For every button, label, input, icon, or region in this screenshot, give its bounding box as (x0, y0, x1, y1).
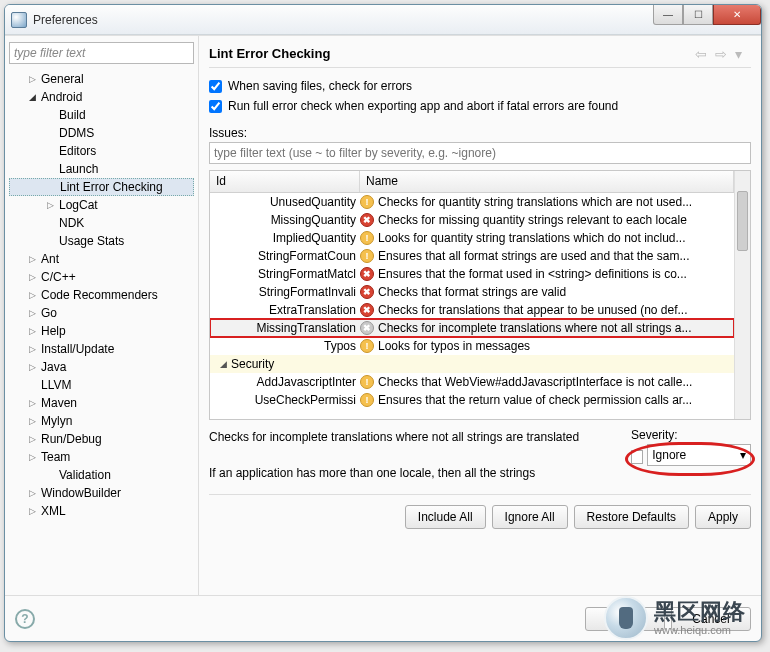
tree-item-ddms[interactable]: DDMS (9, 124, 194, 142)
warn-icon: ! (360, 231, 374, 245)
restore-defaults-button[interactable]: Restore Defaults (574, 505, 689, 529)
button-row: Include All Ignore All Restore Defaults … (209, 494, 751, 535)
tree-item-launch[interactable]: Launch (9, 160, 194, 178)
tree-item-label: Android (41, 90, 82, 104)
tree-toggle-icon[interactable]: ◢ (27, 92, 37, 102)
issues-filter-input[interactable] (209, 142, 751, 164)
tree-item-ndk[interactable]: NDK (9, 214, 194, 232)
back-icon[interactable]: ⇦ (695, 46, 711, 62)
tree-item-windowbuilder[interactable]: ▷WindowBuilder (9, 484, 194, 502)
forward-icon[interactable]: ⇨ (715, 46, 731, 62)
category-label: Security (231, 357, 274, 371)
cancel-button[interactable]: Cancel (671, 607, 751, 631)
tree-item-install-update[interactable]: ▷Install/Update (9, 340, 194, 358)
tree-item-xml[interactable]: ▷XML (9, 502, 194, 520)
cell-name: ✖Ensures that the format used in <string… (360, 267, 734, 281)
app-icon (11, 12, 27, 28)
tree-toggle-icon[interactable]: ▷ (27, 506, 37, 516)
tree-item-usage-stats[interactable]: Usage Stats (9, 232, 194, 250)
column-id[interactable]: Id (210, 171, 360, 192)
ok-button[interactable]: OK (585, 607, 665, 631)
tree-item-c-c-[interactable]: ▷C/C++ (9, 268, 194, 286)
tree-item-label: Help (41, 324, 66, 338)
maximize-button[interactable]: ☐ (683, 5, 713, 25)
tree-item-general[interactable]: ▷General (9, 70, 194, 88)
check-on-save-checkbox[interactable] (209, 80, 222, 93)
column-name[interactable]: Name (360, 171, 734, 192)
tree-toggle-icon[interactable]: ▷ (27, 308, 37, 318)
issue-row[interactable]: UseCheckPermissi!Ensures that the return… (210, 391, 734, 409)
issue-row[interactable]: StringFormatInvali✖Checks that format st… (210, 283, 734, 301)
menu-dropdown-icon[interactable]: ▾ (735, 46, 751, 62)
tree-filter-input[interactable] (9, 42, 194, 64)
preferences-tree[interactable]: ▷General◢AndroidBuildDDMSEditorsLaunchLi… (9, 70, 194, 591)
issue-row[interactable]: MissingQuantity✖Checks for missing quant… (210, 211, 734, 229)
apply-button[interactable]: Apply (695, 505, 751, 529)
tree-item-label: C/C++ (41, 270, 76, 284)
tree-toggle-icon[interactable]: ▷ (27, 416, 37, 426)
tree-toggle-icon[interactable]: ▷ (27, 434, 37, 444)
tree-item-java[interactable]: ▷Java (9, 358, 194, 376)
tree-item-label: LLVM (41, 378, 71, 392)
tree-toggle-icon[interactable]: ▷ (27, 290, 37, 300)
tree-toggle-icon[interactable]: ▷ (27, 344, 37, 354)
issue-row[interactable]: Typos!Looks for typos in messages (210, 337, 734, 355)
cell-id: AddJavascriptInter (210, 375, 360, 389)
tree-toggle-icon[interactable]: ▷ (27, 254, 37, 264)
issue-description-cell: Looks for typos in messages (378, 339, 530, 353)
include-all-button[interactable]: Include All (405, 505, 486, 529)
issue-row[interactable]: ImpliedQuantity!Looks for quantity strin… (210, 229, 734, 247)
tree-item-label: Ant (41, 252, 59, 266)
tree-item-team[interactable]: ▷Team (9, 448, 194, 466)
tree-item-mylyn[interactable]: ▷Mylyn (9, 412, 194, 430)
tree-toggle-icon[interactable]: ▷ (27, 74, 37, 84)
tree-item-label: Java (41, 360, 66, 374)
scrollbar-thumb[interactable] (737, 191, 748, 251)
issue-row[interactable]: ExtraTranslation✖Checks for translations… (210, 301, 734, 319)
category-row[interactable]: ◢Security (210, 355, 734, 373)
tree-toggle-icon[interactable]: ▷ (27, 452, 37, 462)
tree-toggle-icon[interactable]: ▷ (27, 326, 37, 336)
minimize-button[interactable]: — (653, 5, 683, 25)
tree-item-maven[interactable]: ▷Maven (9, 394, 194, 412)
issue-row[interactable]: StringFormatCoun!Ensures that all format… (210, 247, 734, 265)
help-icon[interactable]: ? (15, 609, 35, 629)
tree-item-logcat[interactable]: ▷LogCat (9, 196, 194, 214)
ign-icon: ✖ (360, 321, 374, 335)
tree-item-run-debug[interactable]: ▷Run/Debug (9, 430, 194, 448)
tree-item-editors[interactable]: Editors (9, 142, 194, 160)
preferences-window: Preferences — ☐ ✕ ▷General◢AndroidBuildD… (4, 4, 762, 642)
tree-item-help[interactable]: ▷Help (9, 322, 194, 340)
severity-select[interactable]: Ignore ▾ (647, 444, 751, 466)
tree-item-build[interactable]: Build (9, 106, 194, 124)
issue-row[interactable]: MissingTranslation✖Checks for incomplete… (210, 319, 734, 337)
tree-item-llvm[interactable]: LLVM (9, 376, 194, 394)
tree-item-code-recommenders[interactable]: ▷Code Recommenders (9, 286, 194, 304)
tree-toggle-icon[interactable]: ▷ (27, 272, 37, 282)
table-scrollbar[interactable] (734, 171, 750, 419)
tree-item-lint-error-checking[interactable]: Lint Error Checking (9, 178, 194, 196)
issue-description: Checks for incomplete translations where… (209, 428, 619, 482)
tree-item-go[interactable]: ▷Go (9, 304, 194, 322)
check-on-export-checkbox[interactable] (209, 100, 222, 113)
check-on-export-row[interactable]: Run full error check when exporting app … (209, 96, 751, 116)
tree-toggle-icon[interactable]: ▷ (27, 488, 37, 498)
category-toggle-icon[interactable]: ◢ (220, 359, 227, 369)
page-header: Lint Error Checking ⇦ ⇨ ▾ (209, 40, 751, 68)
close-button[interactable]: ✕ (713, 5, 761, 25)
page: Lint Error Checking ⇦ ⇨ ▾ When saving fi… (199, 36, 761, 595)
issue-row[interactable]: AddJavascriptInter!Checks that WebView#a… (210, 373, 734, 391)
titlebar[interactable]: Preferences — ☐ ✕ (5, 5, 761, 35)
tree-item-android[interactable]: ◢Android (9, 88, 194, 106)
check-on-save-row[interactable]: When saving files, check for errors (209, 76, 751, 96)
tree-item-label: Code Recommenders (41, 288, 158, 302)
tree-toggle-icon[interactable]: ▷ (27, 362, 37, 372)
ignore-all-button[interactable]: Ignore All (492, 505, 568, 529)
tree-toggle-icon[interactable]: ▷ (27, 398, 37, 408)
tree-item-validation[interactable]: Validation (9, 466, 194, 484)
tree-item-ant[interactable]: ▷Ant (9, 250, 194, 268)
issue-row[interactable]: UnusedQuantity!Checks for quantity strin… (210, 193, 734, 211)
tree-toggle-icon[interactable]: ▷ (45, 200, 55, 210)
issue-row[interactable]: StringFormatMatcl✖Ensures that the forma… (210, 265, 734, 283)
severity-checkbox[interactable] (631, 450, 643, 464)
